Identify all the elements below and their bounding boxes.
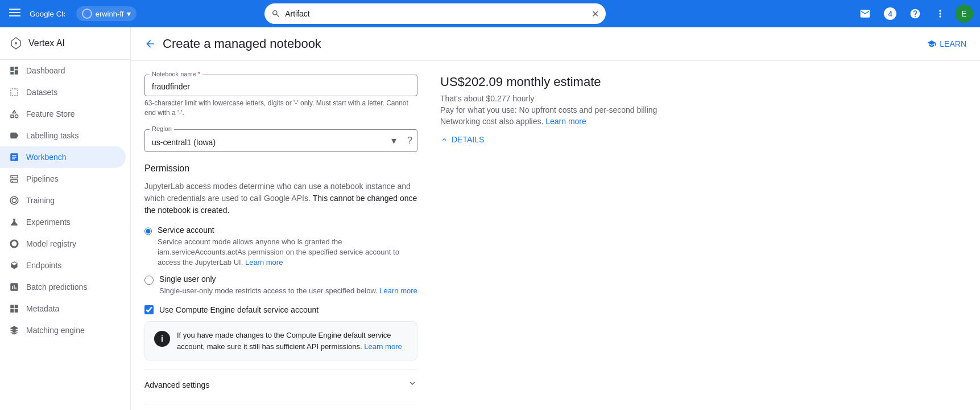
permission-section-desc: JupyterLab access modes determine who ca…: [144, 181, 417, 216]
dashboard-icon: [9, 65, 19, 76]
google-cloud-logo: Google Cloud: [30, 8, 65, 19]
help-icon[interactable]: [905, 3, 925, 24]
sidebar-item-matching-engine[interactable]: Matching engine: [0, 319, 126, 341]
sidebar-item-label-datasets: Datasets: [26, 88, 57, 97]
feature-store-icon: [9, 109, 19, 119]
form-main: Notebook name * 63-character limit with …: [144, 75, 417, 410]
checkbox-label: Use Compute Engine default service accou…: [159, 305, 319, 314]
learn-label: LEARN: [940, 39, 966, 48]
details-chevron-icon: [440, 136, 448, 144]
radio-service-account-input[interactable]: [144, 227, 152, 236]
user-avatar[interactable]: E: [955, 5, 973, 23]
sidebar-item-dashboard[interactable]: Dashboard: [0, 60, 126, 81]
service-account-learn-more-link[interactable]: Learn more: [245, 258, 283, 266]
radio-single-user: Single user only Single-user-only mode r…: [144, 274, 417, 296]
info-learn-more-link[interactable]: Learn more: [364, 342, 402, 351]
advanced-settings-label: Advanced settings: [144, 380, 209, 390]
notebook-name-field-group: Notebook name * 63-character limit with …: [144, 75, 417, 118]
pricing-networking: Networking cost also applies. Learn more: [440, 117, 966, 126]
region-help-icon[interactable]: ?: [407, 136, 412, 146]
svg-rect-1: [9, 12, 20, 13]
top-nav: Google Cloud erwinh-ff ▾ Artifact ✕ 4 E: [0, 0, 980, 27]
datasets-icon: [9, 87, 19, 97]
sidebar-item-label-training: Training: [26, 196, 55, 205]
notebook-name-hint: 63-character limit with lowercase letter…: [144, 99, 417, 118]
notebook-name-input[interactable]: [152, 80, 410, 91]
sidebar-item-label-pipelines: Pipelines: [26, 174, 59, 183]
details-label: DETAILS: [452, 135, 484, 144]
search-input[interactable]: Artifact: [285, 9, 587, 18]
batch-predictions-icon: [9, 282, 19, 292]
sidebar-item-metadata[interactable]: Metadata: [0, 298, 126, 319]
learn-button[interactable]: LEARN: [927, 39, 966, 48]
pipelines-icon: [9, 174, 19, 184]
sidebar-product-header: Vertex AI: [0, 27, 130, 60]
account-chip[interactable]: erwinh-ff ▾: [76, 6, 137, 21]
account-dropdown-icon: ▾: [127, 9, 131, 18]
more-options-icon[interactable]: [930, 3, 950, 24]
sidebar-item-label-workbench: Workbench: [26, 153, 67, 162]
back-button[interactable]: [144, 38, 156, 50]
notifications-icon[interactable]: [855, 3, 875, 24]
experiments-icon: [9, 217, 19, 227]
sidebar-item-batch-predictions[interactable]: Batch predictions: [0, 276, 126, 298]
info-box: i If you have made changes to the Comput…: [144, 321, 417, 360]
notebook-name-input-wrapper: Notebook name *: [144, 75, 417, 96]
sidebar-item-feature-store[interactable]: Feature Store: [0, 103, 126, 125]
sidebar-item-datasets[interactable]: Datasets: [0, 81, 126, 103]
pricing-title: US$202.09 monthly estimate: [440, 75, 966, 89]
sidebar: Vertex AI Dashboard Datasets Feature Sto…: [0, 27, 131, 410]
account-avatar-small: [82, 9, 92, 19]
sidebar-item-label-labelling: Labelling tasks: [26, 131, 79, 140]
radio-service-account-desc: Service account mode allows anyone who i…: [158, 237, 417, 268]
sidebar-item-experiments[interactable]: Experiments: [0, 211, 126, 233]
compute-engine-checkbox[interactable]: [144, 305, 154, 314]
svg-rect-2: [9, 15, 20, 17]
permission-radio-group: Service account Service account mode all…: [144, 226, 417, 297]
matching-engine-icon: [9, 325, 19, 335]
search-clear-icon[interactable]: ✕: [592, 9, 599, 19]
single-user-learn-more-link[interactable]: Learn more: [379, 286, 417, 295]
sidebar-item-labelling-tasks[interactable]: Labelling tasks: [0, 125, 126, 146]
pricing-learn-more-link[interactable]: Learn more: [545, 117, 586, 126]
learn-icon: [927, 39, 936, 48]
svg-point-4: [15, 42, 17, 44]
sidebar-item-label-endpoints: Endpoints: [26, 261, 61, 270]
required-indicator: *: [198, 71, 200, 77]
pricing-panel: US$202.09 monthly estimate That's about …: [440, 75, 966, 410]
workbench-icon: [9, 152, 19, 162]
permission-section-title: Permission: [144, 163, 417, 174]
sidebar-item-pipelines[interactable]: Pipelines: [0, 168, 126, 190]
sidebar-item-training[interactable]: Training: [0, 190, 126, 211]
advanced-settings-toggle[interactable]: Advanced settings: [144, 370, 417, 399]
sidebar-item-workbench[interactable]: Workbench: [0, 146, 126, 168]
search-icon: [271, 9, 280, 18]
model-registry-icon: [9, 239, 19, 249]
button-row: CREATE CANCEL: [144, 404, 417, 410]
pricing-subtitle: That's about $0.277 hourly: [440, 94, 966, 103]
hamburger-menu-icon[interactable]: [7, 5, 23, 23]
sidebar-item-label-dashboard: Dashboard: [26, 66, 65, 75]
vertex-ai-icon: [9, 36, 23, 50]
radio-single-user-label: Single user only: [159, 274, 417, 284]
sidebar-item-endpoints[interactable]: Endpoints: [0, 255, 126, 276]
radio-service-account-label: Service account: [158, 226, 417, 235]
radio-single-user-desc: Single-user-only mode restricts access t…: [159, 286, 417, 296]
notebook-name-label: Notebook name *: [150, 71, 202, 77]
main-content: Create a managed notebook LEARN Notebook…: [131, 27, 980, 410]
region-field-group: Region us-central1 (Iowa) us-east1 (Sout…: [144, 129, 417, 152]
page-header: Create a managed notebook LEARN: [131, 27, 980, 61]
checkbox-row: Use Compute Engine default service accou…: [144, 305, 417, 314]
form-area: Notebook name * 63-character limit with …: [131, 61, 980, 410]
sidebar-item-model-registry[interactable]: Model registry: [0, 233, 126, 255]
radio-single-user-input[interactable]: [144, 276, 154, 285]
notification-count: 4: [884, 7, 896, 20]
details-toggle[interactable]: DETAILS: [440, 135, 966, 144]
region-select-wrapper: Region us-central1 (Iowa) us-east1 (Sout…: [144, 129, 417, 152]
sidebar-item-label-matching-engine: Matching engine: [26, 326, 85, 335]
notification-count-btn[interactable]: 4: [880, 3, 900, 24]
page-title: Create a managed notebook: [163, 36, 321, 51]
region-select[interactable]: us-central1 (Iowa) us-east1 (South Carol…: [145, 130, 417, 151]
sidebar-item-label-model-registry: Model registry: [26, 239, 76, 248]
radio-service-account: Service account Service account mode all…: [144, 226, 417, 268]
